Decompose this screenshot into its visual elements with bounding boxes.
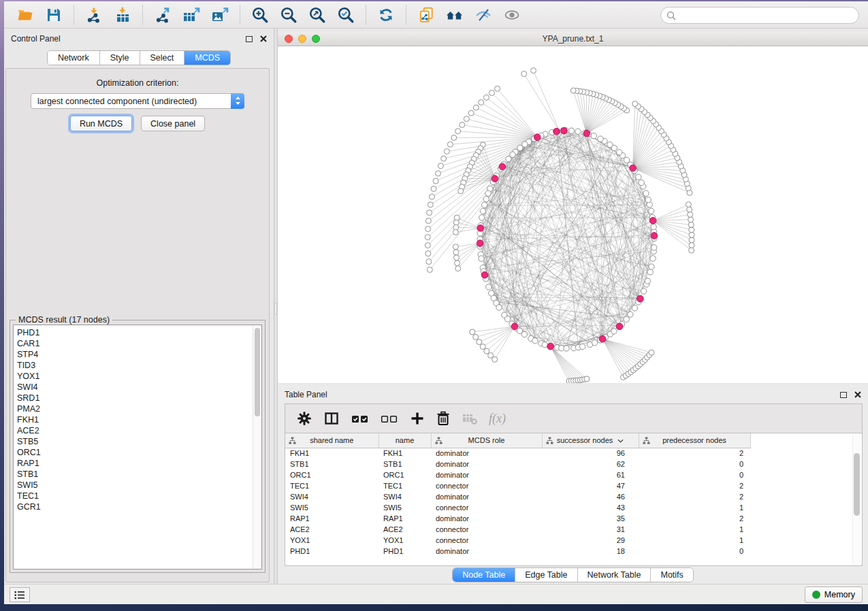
copy-network-icon bbox=[417, 6, 435, 24]
control-panel: Control Panel Network Style Select MCDS … bbox=[4, 29, 274, 584]
mcds-list-scrollbar[interactable] bbox=[253, 325, 261, 569]
settings-gear-button[interactable] bbox=[296, 410, 312, 427]
table-scrollbar[interactable] bbox=[852, 435, 861, 563]
table-row[interactable]: SWI5SWI5connector431 bbox=[285, 502, 750, 513]
tab-mcds[interactable]: MCDS bbox=[184, 51, 230, 65]
criterion-select[interactable]: largest connected component (undirected) bbox=[31, 93, 244, 109]
table-cell: 1 bbox=[639, 502, 750, 513]
zoom-out-button[interactable] bbox=[276, 4, 301, 26]
close-table-panel-icon[interactable] bbox=[854, 391, 861, 398]
table-row[interactable]: RAP1RAP1dominator352 bbox=[285, 513, 750, 524]
export-network-button[interactable] bbox=[150, 4, 175, 26]
trash-button[interactable] bbox=[436, 410, 451, 427]
mcds-result-item[interactable]: FKH1 bbox=[17, 414, 261, 425]
mcds-result-item[interactable]: STB1 bbox=[17, 469, 261, 480]
tab-network[interactable]: Network bbox=[48, 51, 100, 65]
table-cell: ORC1 bbox=[285, 469, 379, 480]
mcds-result-item[interactable]: CAR1 bbox=[17, 338, 261, 349]
memory-status-icon bbox=[812, 591, 820, 599]
tab-edge-table[interactable]: Edge Table bbox=[515, 568, 577, 582]
toolbar-separator bbox=[240, 5, 240, 24]
table-cell: TEC1 bbox=[285, 480, 379, 491]
table-cell: ORC1 bbox=[379, 469, 431, 480]
task-history-button[interactable] bbox=[10, 587, 30, 602]
table-row[interactable]: YOX1YOX1connector291 bbox=[285, 535, 750, 546]
column-header[interactable]: name bbox=[379, 433, 431, 448]
column-label: predecessor nodes bbox=[662, 436, 726, 444]
column-header[interactable]: successor nodes bbox=[542, 433, 639, 448]
import-table-icon bbox=[114, 7, 131, 23]
close-panel-button[interactable]: Close panel bbox=[141, 116, 205, 131]
unchecked-pair-button[interactable] bbox=[380, 410, 399, 427]
tab-motifs[interactable]: Motifs bbox=[651, 568, 692, 582]
table-row[interactable]: PHD1PHD1dominator180 bbox=[285, 546, 750, 557]
refresh-button[interactable] bbox=[374, 4, 398, 26]
table-cell: 47 bbox=[542, 480, 639, 491]
save-floppy-button[interactable] bbox=[42, 4, 66, 26]
network-canvas[interactable] bbox=[278, 46, 868, 383]
table-row[interactable]: FKH1FKH1dominator962 bbox=[285, 448, 750, 459]
mcds-result-list[interactable]: PHD1CAR1STP4TID3YOX1SWI4SRD1PMA2FKH1ACE2… bbox=[13, 325, 262, 569]
table-cell: 62 bbox=[542, 459, 639, 469]
network-titlebar: YPA_prune.txt_1 bbox=[278, 31, 868, 46]
mcds-result-item[interactable]: GCR1 bbox=[17, 501, 261, 512]
eye-shown-button[interactable] bbox=[500, 4, 524, 26]
mcds-result-item[interactable]: ACE2 bbox=[17, 425, 261, 436]
node-table-header[interactable]: shared namenameMCDS rolesuccessor nodesp… bbox=[285, 433, 750, 448]
table-cell: SWI5 bbox=[379, 502, 431, 513]
add-plus-button[interactable] bbox=[409, 410, 425, 427]
mcds-result-item[interactable]: TEC1 bbox=[17, 491, 261, 501]
tab-node-table[interactable]: Node Table bbox=[453, 568, 515, 582]
table-row[interactable]: ACE2ACE2connector311 bbox=[285, 524, 750, 535]
column-header[interactable]: predecessor nodes bbox=[639, 433, 750, 448]
table-row[interactable]: STB1STB1dominator620 bbox=[285, 459, 750, 469]
table-row[interactable]: SWI4SWI4dominator462 bbox=[285, 491, 750, 502]
mcds-result-item[interactable]: STB5 bbox=[17, 436, 261, 447]
houses-button[interactable] bbox=[443, 4, 467, 26]
mcds-result-item[interactable]: PMA2 bbox=[17, 403, 261, 414]
float-table-panel-icon[interactable] bbox=[840, 392, 847, 398]
toolbar-separator bbox=[406, 5, 406, 24]
zoom-fit-button[interactable] bbox=[305, 4, 329, 26]
float-panel-icon[interactable] bbox=[246, 36, 253, 42]
zoom-fit-icon bbox=[308, 6, 326, 24]
mcds-result-item[interactable]: SWI5 bbox=[17, 480, 261, 491]
run-mcds-button[interactable]: Run MCDS bbox=[70, 116, 132, 131]
export-table-button[interactable] bbox=[179, 4, 204, 26]
mcds-result-item[interactable]: RAP1 bbox=[17, 458, 261, 469]
import-network-button[interactable] bbox=[82, 4, 106, 26]
tab-select[interactable]: Select bbox=[140, 51, 185, 65]
mcds-result-item[interactable]: YOX1 bbox=[17, 371, 261, 382]
table-cell: 43 bbox=[542, 502, 639, 513]
search-input[interactable] bbox=[679, 9, 858, 22]
mcds-result-item[interactable]: STP4 bbox=[17, 349, 261, 360]
column-header[interactable]: MCDS role bbox=[431, 433, 542, 448]
mcds-result-item[interactable]: TID3 bbox=[17, 360, 261, 371]
export-image-button[interactable] bbox=[208, 4, 232, 26]
tab-style[interactable]: Style bbox=[100, 51, 140, 65]
copy-network-button[interactable] bbox=[414, 4, 438, 26]
column-header[interactable]: shared name bbox=[285, 433, 379, 448]
table-row[interactable]: ORC1ORC1dominator610 bbox=[285, 469, 750, 480]
zoom-in-button[interactable] bbox=[248, 4, 272, 26]
table-cell: 18 bbox=[542, 546, 639, 557]
table-panel-title: Table Panel bbox=[285, 390, 327, 399]
memory-button[interactable]: Memory bbox=[805, 587, 863, 603]
tab-network-table[interactable]: Network Table bbox=[578, 568, 652, 582]
import-table-button[interactable] bbox=[110, 4, 135, 26]
table-cell: PHD1 bbox=[285, 546, 379, 557]
splitter-handle[interactable] bbox=[274, 303, 277, 314]
mcds-result-item[interactable]: SRD1 bbox=[17, 393, 261, 403]
eye-hidden-button[interactable] bbox=[471, 4, 496, 26]
checked-pair-button[interactable] bbox=[351, 410, 370, 427]
table-row[interactable]: TEC1TEC1connector472 bbox=[285, 480, 750, 491]
search-box[interactable] bbox=[660, 7, 859, 24]
open-folder-button[interactable] bbox=[13, 4, 37, 26]
export-image-icon bbox=[210, 7, 229, 23]
close-panel-icon[interactable] bbox=[260, 35, 267, 42]
mcds-result-item[interactable]: SWI4 bbox=[17, 382, 261, 393]
zoom-selected-button[interactable] bbox=[334, 4, 358, 26]
mcds-result-item[interactable]: PHD1 bbox=[17, 327, 261, 338]
columns-button[interactable] bbox=[323, 410, 340, 427]
mcds-result-item[interactable]: ORC1 bbox=[17, 447, 261, 458]
